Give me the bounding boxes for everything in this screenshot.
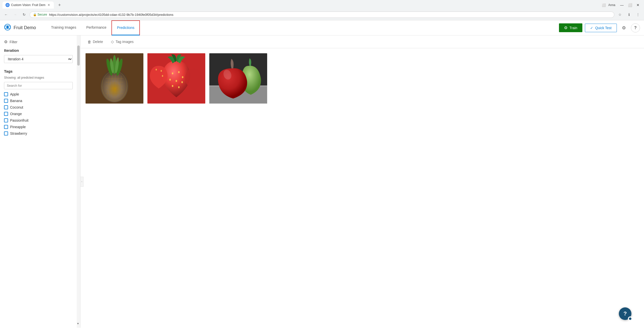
tag-label-strawberry: Strawberry (10, 131, 27, 135)
svg-point-30 (172, 85, 173, 87)
delete-label: Delete (93, 40, 103, 44)
browser-title-bar: Custom Vision: Fruit Dem ✕ + ⬜ Anna — ⬜ … (0, 0, 644, 10)
browser-address-bar: ← → ↻ 🔒 Secure https://customvision.ai/p… (0, 10, 644, 20)
tag-item-pineapple[interactable]: Pineapple (4, 125, 73, 129)
scroll-down-arrow[interactable]: ▼ (76, 322, 80, 325)
iteration-dropdown: Iteration 4 Iteration 3 Iteration 2 Iter… (4, 55, 73, 63)
settings-button[interactable]: ⚙ (619, 23, 628, 32)
new-tab-button[interactable]: + (56, 2, 63, 9)
svg-point-27 (169, 79, 171, 81)
browser-tab[interactable]: Custom Vision: Fruit Dem ✕ (3, 2, 54, 9)
back-button[interactable]: ← (3, 11, 10, 18)
window-maximize-button[interactable]: ⬜ (626, 2, 633, 9)
tag-label-pineapple: Pineapple (10, 125, 26, 129)
svg-point-28 (176, 80, 177, 82)
image-card-strawberry[interactable] (147, 53, 205, 104)
question-mark-icon: ? (634, 26, 637, 30)
delete-icon: 🗑 (88, 40, 91, 44)
iteration-select[interactable]: Iteration 4 Iteration 3 Iteration 2 Iter… (4, 55, 73, 63)
menu-button[interactable]: ⋮ (634, 11, 641, 18)
user-name: Anna (608, 3, 615, 7)
train-gear-icon: ⚙ (564, 25, 568, 30)
info-button[interactable]: ℹ (625, 11, 632, 18)
quick-test-button[interactable]: ✓ Quick Test (585, 24, 617, 32)
tab-performance[interactable]: Performance (81, 20, 111, 35)
tag-item-passionfruit[interactable]: Passionfruit (4, 118, 73, 122)
tag-label-banana: Banana (10, 99, 22, 103)
performance-label: Performance (86, 25, 106, 29)
content-toolbar: 🗑 Delete ◇ Tag images (80, 35, 644, 48)
images-grid (80, 48, 644, 328)
app-logo: Fruit Demo (4, 24, 36, 32)
tab-thumbnail[interactable]: ⬜ (600, 2, 607, 9)
tab-close-button[interactable]: ✕ (47, 3, 51, 7)
logo-icon (4, 24, 11, 32)
tags-showing-label: Showing: all predicted images (4, 76, 73, 79)
tag-label-orange: Orange (10, 112, 22, 116)
image-card-apple[interactable] (209, 53, 267, 104)
browser-chrome: Custom Vision: Fruit Dem ✕ + ⬜ Anna — ⬜ … (0, 0, 644, 20)
tags-title: Tags (4, 69, 73, 73)
app-nav: Training Images Performance Predictions (46, 20, 559, 35)
forward-button[interactable]: → (12, 11, 19, 18)
image-card-pineapple[interactable] (86, 53, 143, 104)
svg-point-34 (162, 75, 163, 77)
scrollbar-thumb[interactable] (77, 45, 80, 66)
tag-item-apple[interactable]: Apple (4, 92, 73, 96)
floating-help-button[interactable]: ? (619, 307, 631, 320)
help-button-header[interactable]: ? (631, 23, 640, 32)
secure-label: Secure (37, 13, 47, 16)
tag-item-banana[interactable]: Banana (4, 99, 73, 103)
tag-checkbox-passionfruit[interactable] (4, 118, 8, 122)
filter-header[interactable]: ⚙ Filter (4, 39, 76, 44)
tab-training-images[interactable]: Training Images (46, 20, 81, 35)
tag-label-coconut: Coconut (10, 105, 23, 109)
address-bar[interactable]: 🔒 Secure https://customvision.ai/project… (30, 12, 614, 18)
svg-point-31 (178, 86, 180, 88)
tag-checkbox-strawberry[interactable] (4, 131, 8, 135)
tag-checkbox-apple[interactable] (4, 92, 8, 96)
content-area: 🗑 Delete ◇ Tag images (80, 35, 644, 328)
tag-item-orange[interactable]: Orange (4, 112, 73, 116)
svg-point-24 (172, 72, 173, 74)
url-text[interactable]: https://customvision.ai/projects/ec4105d… (49, 13, 173, 17)
bookmark-button[interactable]: ☆ (616, 11, 623, 18)
svg-point-25 (178, 71, 180, 73)
tab-title: Custom Vision: Fruit Dem (11, 3, 45, 7)
collapse-sidebar-button[interactable]: ‹ (80, 177, 84, 187)
tag-search-input[interactable] (4, 82, 73, 89)
filter-label: Filter (10, 40, 17, 44)
tag-checkbox-banana[interactable] (4, 99, 8, 103)
sidebar-scrollbar[interactable] (77, 35, 80, 328)
svg-point-1 (7, 5, 8, 6)
app-header: Fruit Demo Training Images Performance P… (0, 20, 644, 35)
tags-section: Tags Showing: all predicted images Apple… (4, 69, 73, 135)
app-title: Fruit Demo (14, 25, 36, 30)
svg-point-33 (161, 70, 162, 72)
tag-label-apple: Apple (10, 92, 19, 96)
svg-point-26 (182, 76, 183, 78)
checkmark-icon: ✓ (590, 26, 593, 30)
tag-checkbox-pineapple[interactable] (4, 125, 8, 129)
secure-badge: 🔒 Secure (33, 13, 47, 16)
refresh-button[interactable]: ↻ (21, 11, 28, 18)
tab-favicon (6, 3, 10, 7)
tag-checkbox-coconut[interactable] (4, 105, 8, 109)
sidebar: ⚙ Filter Iteration Iteration 4 Iteration… (0, 35, 80, 328)
training-images-label: Training Images (51, 25, 76, 29)
window-close-button[interactable]: ✕ (634, 2, 641, 9)
tag-checkbox-orange[interactable] (4, 112, 8, 116)
svg-point-32 (156, 69, 157, 71)
tag-images-button[interactable]: ◇ Tag images (109, 38, 136, 45)
tag-item-strawberry[interactable]: Strawberry (4, 131, 73, 135)
iteration-title: Iteration (4, 48, 73, 53)
train-button[interactable]: ⚙ Train (559, 23, 582, 32)
svg-point-3 (6, 26, 9, 28)
settings-gear-icon: ⚙ (622, 25, 626, 31)
tag-icon: ◇ (111, 39, 114, 44)
tab-predictions[interactable]: Predictions (111, 20, 140, 35)
tag-images-label: Tag images (115, 40, 134, 44)
delete-button[interactable]: 🗑 Delete (86, 39, 105, 45)
tag-item-coconut[interactable]: Coconut (4, 105, 73, 109)
window-minimize-button[interactable]: — (618, 2, 625, 9)
